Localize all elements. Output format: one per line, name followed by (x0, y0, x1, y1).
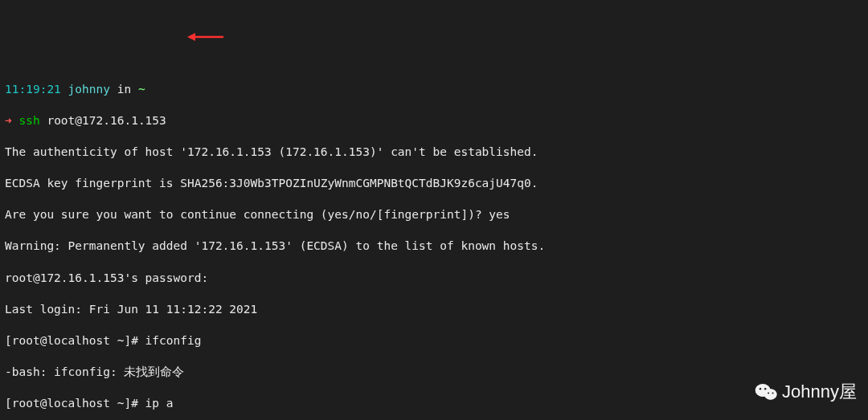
user: johnny (68, 83, 110, 96)
prompt-symbol: ➜ (5, 114, 18, 127)
time: 11:19:21 (5, 83, 61, 96)
output-line: Are you sure you want to continue connec… (5, 207, 863, 223)
output-line: The authenticity of host '172.16.1.153 (… (5, 145, 863, 161)
output-line: [root@localhost ~]# ip a (5, 396, 863, 412)
prompt-line-2: ➜ ssh root@172.16.1.153 (5, 113, 863, 129)
output-line: ECDSA key fingerprint is SHA256:3J0Wb3TP… (5, 176, 863, 192)
sep: in (110, 83, 138, 96)
prompt-line-1: 11:19:21 johnny in ~ (5, 82, 863, 98)
output-line: [root@localhost ~]# ifconfig (5, 333, 863, 349)
cmd-arg: root@172.16.1.153 (40, 114, 166, 127)
terminal[interactable]: 11:19:21 johnny in ~ ➜ ssh root@172.16.1… (5, 66, 863, 420)
output-line: -bash: ifconfig: 未找到命令 (5, 365, 863, 381)
output-line: Last login: Fri Jun 11 11:12:22 2021 (5, 302, 863, 318)
output-line: Warning: Permanently added '172.16.1.153… (5, 239, 863, 255)
output-line: root@172.16.1.153's password: (5, 271, 863, 287)
path: ~ (138, 83, 145, 96)
annotation-arrow (174, 14, 210, 24)
svg-marker-1 (187, 33, 195, 41)
cmd-ssh: ssh (18, 114, 39, 127)
